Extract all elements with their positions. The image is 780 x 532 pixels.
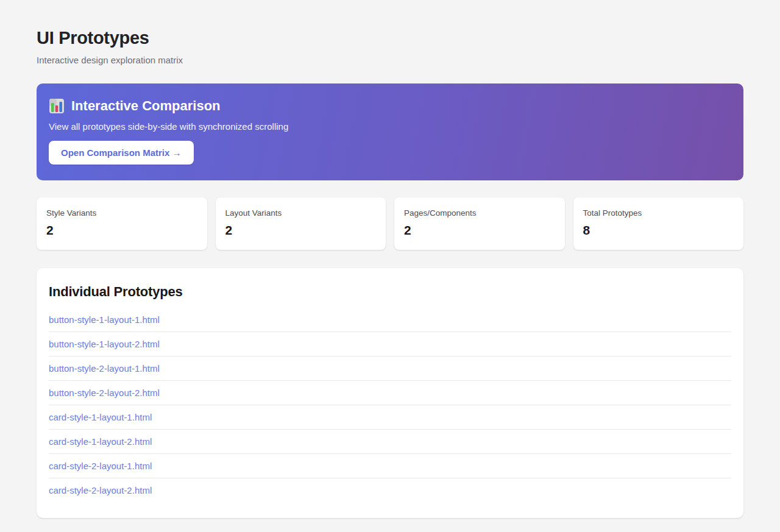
list-item: card-style-2-layout-1.html — [49, 454, 731, 478]
banner-title-row: Interactive Comparison — [49, 98, 731, 114]
page-title: UI Prototypes — [37, 28, 743, 48]
page-container: UI Prototypes Interactive design explora… — [0, 0, 780, 532]
bar-chart-icon — [49, 98, 65, 114]
page-subtitle: Interactive design exploration matrix — [37, 55, 743, 65]
prototype-link[interactable]: card-style-2-layout-2.html — [49, 478, 731, 502]
prototype-list: button-style-1-layout-1.html button-styl… — [49, 308, 731, 502]
prototype-link[interactable]: button-style-2-layout-1.html — [49, 356, 731, 380]
comparison-banner: Interactive Comparison View all prototyp… — [37, 83, 743, 180]
stat-card-layout-variants: Layout Variants 2 — [216, 197, 386, 250]
prototype-link[interactable]: card-style-2-layout-1.html — [49, 454, 731, 478]
stat-value: 2 — [46, 223, 197, 238]
list-item: button-style-2-layout-2.html — [49, 381, 731, 405]
banner-title: Interactive Comparison — [71, 98, 221, 114]
stat-card-total-prototypes: Total Prototypes 8 — [573, 197, 744, 250]
stat-value: 2 — [404, 223, 555, 238]
individual-prototypes-heading: Individual Prototypes — [49, 284, 731, 300]
stat-value: 2 — [225, 223, 377, 238]
stat-value: 8 — [583, 223, 734, 238]
list-item: button-style-1-layout-1.html — [49, 308, 731, 332]
individual-prototypes-card: Individual Prototypes button-style-1-lay… — [37, 268, 743, 518]
open-comparison-matrix-button[interactable]: Open Comparison Matrix → — [49, 141, 194, 165]
stat-label: Style Variants — [46, 208, 197, 218]
list-item: card-style-2-layout-2.html — [49, 478, 731, 502]
prototype-link[interactable]: card-style-1-layout-2.html — [49, 430, 731, 453]
banner-description: View all prototypes side-by-side with sy… — [49, 121, 731, 132]
prototype-link[interactable]: button-style-1-layout-1.html — [49, 308, 731, 332]
list-item: button-style-2-layout-1.html — [49, 356, 731, 381]
stat-label: Total Prototypes — [583, 208, 734, 218]
list-item: button-style-1-layout-2.html — [49, 332, 731, 356]
prototype-link[interactable]: button-style-2-layout-2.html — [49, 381, 731, 405]
prototype-link[interactable]: card-style-1-layout-1.html — [49, 405, 731, 429]
stat-card-style-variants: Style Variants 2 — [37, 197, 207, 250]
stat-label: Pages/Components — [404, 208, 555, 218]
list-item: card-style-1-layout-1.html — [49, 405, 731, 430]
stat-card-pages-components: Pages/Components 2 — [394, 197, 565, 250]
stats-row: Style Variants 2 Layout Variants 2 Pages… — [37, 197, 743, 250]
list-item: card-style-1-layout-2.html — [49, 430, 731, 454]
prototype-link[interactable]: button-style-1-layout-2.html — [49, 332, 731, 356]
stat-label: Layout Variants — [225, 208, 377, 218]
